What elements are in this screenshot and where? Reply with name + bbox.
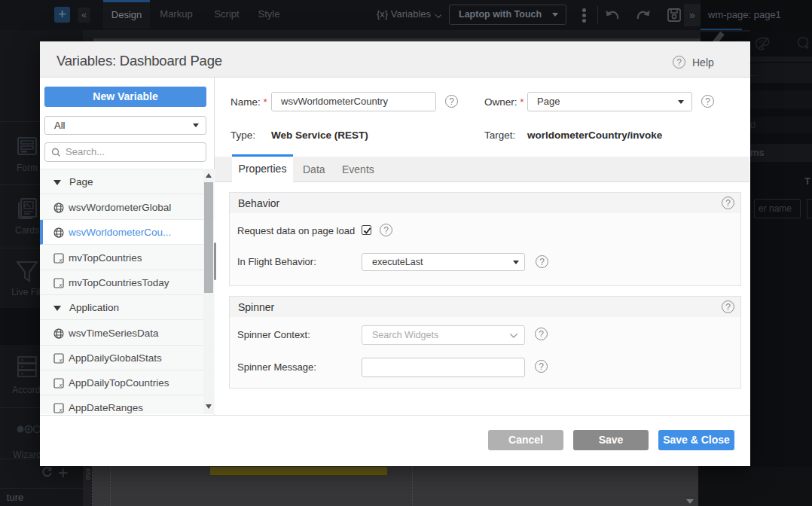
svg-text:x: x — [59, 383, 63, 388]
svg-text:x: x — [59, 358, 63, 363]
svg-text:x: x — [59, 258, 63, 263]
svg-text:x: x — [59, 407, 63, 413]
svg-text:x: x — [59, 282, 63, 288]
